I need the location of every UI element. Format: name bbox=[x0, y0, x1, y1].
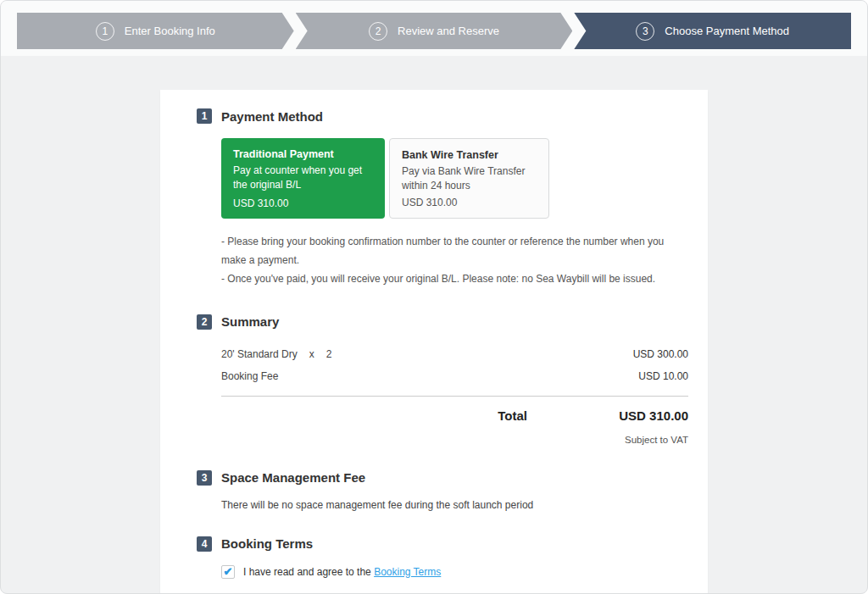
line-item-amount: USD 300.00 bbox=[633, 348, 688, 360]
space-fee-header: 3 Space Management Fee bbox=[197, 470, 688, 486]
section-1-badge: 1 bbox=[197, 108, 212, 124]
summary-body: 20' Standard Dryx2 USD 300.00 Booking Fe… bbox=[221, 343, 688, 445]
vat-note: Subject to VAT bbox=[221, 435, 688, 445]
stepper-header: 1 Enter Booking Info 2 Review and Reserv… bbox=[1, 1, 867, 56]
section-2-badge: 2 bbox=[197, 314, 212, 330]
step-3-number-circle: 3 bbox=[636, 22, 654, 41]
line-item-label: 20' Standard Dryx2 bbox=[221, 348, 331, 360]
bank-wire-price: USD 310.00 bbox=[402, 197, 537, 208]
step-3-label: Choose Payment Method bbox=[665, 25, 789, 37]
terms-agreement-text: I have read and agree to the Booking Ter… bbox=[243, 566, 441, 578]
total-label: Total bbox=[498, 408, 527, 423]
payment-method-title: Payment Method bbox=[221, 109, 323, 124]
space-fee-text: There will be no space management fee du… bbox=[221, 499, 688, 511]
bank-wire-description: Pay via Bank Wire Transfer within 24 hou… bbox=[402, 164, 537, 194]
total-amount: USD 310.00 bbox=[527, 408, 688, 423]
payment-note-original-bl: - Once you've paid, you will receive you… bbox=[221, 269, 688, 288]
line-item-amount: USD 10.00 bbox=[638, 370, 688, 382]
summary-row-container: 20' Standard Dryx2 USD 300.00 bbox=[221, 343, 688, 365]
traditional-payment-description: Pay at counter when you get the original… bbox=[233, 164, 373, 193]
payment-note-counter: - Please bring your booking confirmation… bbox=[221, 232, 688, 269]
section-space-management-fee: 3 Space Management Fee There will be no … bbox=[180, 470, 688, 511]
booking-payment-page: 1 Enter Booking Info 2 Review and Reserv… bbox=[0, 0, 868, 594]
booking-terms-header: 4 Booking Terms bbox=[197, 536, 688, 552]
payment-method-header: 1 Payment Method bbox=[197, 108, 688, 124]
booking-terms-title: Booking Terms bbox=[221, 536, 313, 551]
step-1-number-circle: 1 bbox=[96, 22, 114, 41]
traditional-payment-price: USD 310.00 bbox=[233, 197, 373, 209]
section-4-badge: 4 bbox=[197, 536, 212, 552]
payment-notes: - Please bring your booking confirmation… bbox=[221, 232, 688, 289]
summary-row-booking-fee: Booking Fee USD 10.00 bbox=[221, 365, 688, 387]
space-fee-title: Space Management Fee bbox=[221, 470, 365, 485]
booking-stepper: 1 Enter Booking Info 2 Review and Reserv… bbox=[17, 13, 851, 49]
summary-total-row: Total USD 310.00 bbox=[221, 408, 688, 423]
summary-line-items: 20' Standard Dryx2 USD 300.00 Booking Fe… bbox=[221, 343, 688, 387]
summary-divider bbox=[221, 396, 688, 397]
terms-agreement-row: ✔ I have read and agree to the Booking T… bbox=[221, 565, 688, 579]
step-1-label: Enter Booking Info bbox=[125, 25, 215, 37]
bank-wire-title: Bank Wire Transfer bbox=[402, 149, 537, 161]
space-fee-body: There will be no space management fee du… bbox=[221, 499, 688, 511]
step-enter-booking-info[interactable]: 1 Enter Booking Info bbox=[17, 13, 294, 49]
step-choose-payment-method[interactable]: 3 Choose Payment Method bbox=[574, 13, 851, 49]
payment-card: 1 Payment Method Traditional Payment Pay… bbox=[160, 90, 708, 594]
section-3-badge: 3 bbox=[197, 470, 212, 486]
step-2-number-circle: 2 bbox=[369, 22, 387, 41]
payment-options: Traditional Payment Pay at counter when … bbox=[221, 138, 688, 219]
payment-option-bank-wire[interactable]: Bank Wire Transfer Pay via Bank Wire Tra… bbox=[389, 138, 549, 219]
booking-terms-body: ✔ I have read and agree to the Booking T… bbox=[221, 565, 688, 579]
line-item-label: Booking Fee bbox=[221, 370, 278, 382]
summary-header: 2 Summary bbox=[197, 314, 688, 330]
summary-title: Summary bbox=[221, 314, 279, 329]
section-booking-terms: 4 Booking Terms ✔ I have read and agree … bbox=[180, 536, 688, 579]
section-summary: 2 Summary 20' Standard Dryx2 USD 300.00 … bbox=[180, 314, 688, 445]
booking-terms-link[interactable]: Booking Terms bbox=[374, 566, 441, 578]
payment-option-traditional[interactable]: Traditional Payment Pay at counter when … bbox=[221, 138, 385, 219]
step-review-and-reserve[interactable]: 2 Review and Reserve bbox=[296, 13, 573, 49]
terms-checkbox[interactable]: ✔ bbox=[221, 565, 235, 579]
payment-method-body: Traditional Payment Pay at counter when … bbox=[221, 138, 688, 289]
traditional-payment-title: Traditional Payment bbox=[233, 148, 373, 160]
section-payment-method: 1 Payment Method Traditional Payment Pay… bbox=[180, 108, 688, 289]
step-2-label: Review and Reserve bbox=[398, 25, 499, 37]
